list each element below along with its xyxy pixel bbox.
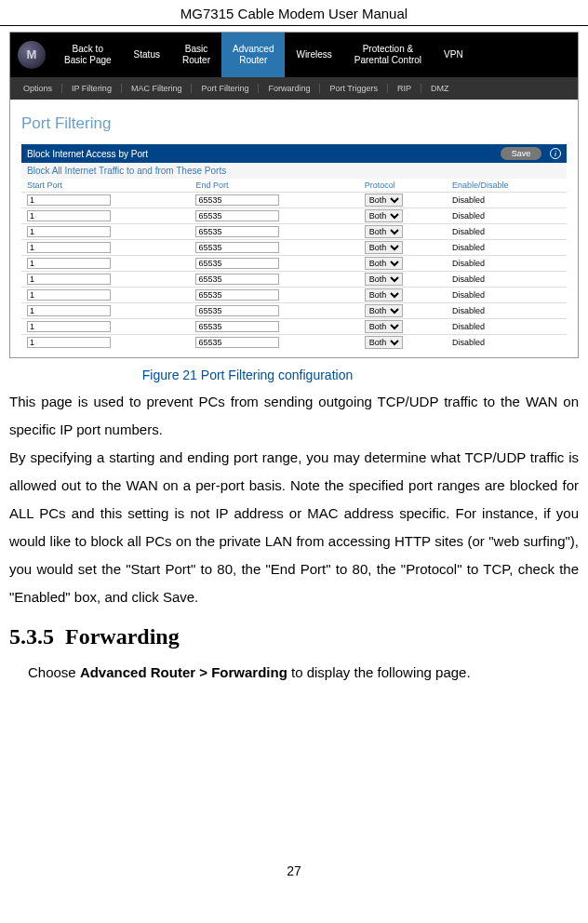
nav-vpn[interactable]: VPN (433, 33, 474, 77)
table-row: BothDisabled (21, 335, 567, 351)
screen-title: Port Filtering (21, 114, 567, 133)
nav-protection[interactable]: Protection &Parental Control (343, 33, 433, 77)
protocol-select[interactable]: Both (365, 320, 403, 333)
end-port-input[interactable] (195, 289, 279, 301)
subnav-port-triggers[interactable]: Port Triggers (320, 84, 388, 93)
nav-basic-router[interactable]: BasicRouter (171, 33, 221, 77)
start-port-input[interactable] (27, 274, 111, 285)
subnav-forwarding[interactable]: Forwarding (259, 84, 320, 93)
table-row: BothDisabled (21, 319, 567, 335)
start-port-input[interactable] (27, 226, 111, 237)
end-port-input[interactable] (195, 305, 279, 316)
nav-advanced-router[interactable]: AdvancedRouter (221, 33, 285, 77)
end-port-input[interactable] (195, 337, 279, 348)
section-heading: 5.3.5 Forwarding (0, 611, 588, 659)
protocol-select[interactable]: Both (365, 225, 403, 238)
enable-status: Disabled (447, 319, 567, 335)
block-header: Block Internet Access by Port Save i (21, 144, 567, 163)
subnav-port-filtering[interactable]: Port Filtering (192, 84, 259, 93)
end-port-input[interactable] (195, 210, 279, 221)
end-port-input[interactable] (195, 274, 279, 285)
subnav-mac-filtering[interactable]: MAC Filtering (122, 84, 193, 93)
protocol-select[interactable]: Both (365, 336, 403, 349)
table-row: BothDisabled (21, 272, 567, 288)
subnav-dmz[interactable]: DMZ (421, 84, 459, 93)
enable-status: Disabled (447, 224, 567, 240)
start-port-input[interactable] (27, 289, 111, 301)
section-number: 5.3.5 (9, 624, 54, 649)
end-port-input[interactable] (195, 194, 279, 206)
subnav-options[interactable]: Options (14, 84, 62, 93)
logo-icon (18, 41, 46, 69)
block-title: Block Internet Access by Port (27, 149, 148, 159)
protocol-select[interactable]: Both (365, 241, 403, 254)
info-icon[interactable]: i (550, 148, 561, 159)
protocol-select[interactable]: Both (365, 209, 403, 222)
nav-status[interactable]: Status (123, 33, 171, 77)
port-filter-table: Start Port End Port Protocol Enable/Disa… (21, 179, 567, 350)
subnav-ip-filtering[interactable]: IP Filtering (62, 84, 122, 93)
start-port-input[interactable] (27, 194, 111, 206)
protocol-select[interactable]: Both (365, 273, 403, 286)
enable-status: Disabled (447, 288, 567, 303)
protocol-select[interactable]: Both (365, 257, 403, 270)
section-title: Forwarding (65, 624, 180, 649)
end-port-input[interactable] (195, 321, 279, 332)
sub-navigation: Options IP Filtering MAC Filtering Port … (10, 77, 578, 100)
table-row: BothDisabled (21, 240, 567, 256)
protocol-select[interactable]: Both (365, 288, 403, 301)
page-number: 27 (0, 863, 588, 886)
start-port-input[interactable] (27, 337, 111, 348)
col-start-port: Start Port (21, 179, 190, 193)
sub-block-header: Block All Internet Traffic to and from T… (21, 163, 567, 179)
paragraph-2: By specifying a starting and ending port… (0, 444, 588, 611)
start-port-input[interactable] (27, 258, 111, 269)
enable-status: Disabled (447, 208, 567, 224)
save-button[interactable]: Save (501, 147, 542, 160)
table-row: BothDisabled (21, 208, 567, 224)
table-row: BothDisabled (21, 193, 567, 208)
table-row: BothDisabled (21, 224, 567, 240)
start-port-input[interactable] (27, 242, 111, 253)
enable-status: Disabled (447, 240, 567, 256)
end-port-input[interactable] (195, 258, 279, 269)
page-header: MG7315 Cable Modem User Manual (0, 0, 588, 26)
protocol-select[interactable]: Both (365, 304, 403, 317)
end-port-input[interactable] (195, 242, 279, 253)
col-enable: Enable/Disable (447, 179, 567, 193)
enable-status: Disabled (447, 303, 567, 319)
paragraph-1: This page is used to prevent PCs from se… (0, 388, 588, 444)
figure-caption: Figure 21 Port Filtering configuration (0, 368, 588, 382)
start-port-input[interactable] (27, 210, 111, 221)
nav-wireless[interactable]: Wireless (285, 33, 342, 77)
enable-status: Disabled (447, 335, 567, 351)
choose-text: Choose Advanced Router > Forwarding to d… (0, 659, 588, 687)
end-port-input[interactable] (195, 226, 279, 237)
nav-back[interactable]: Back toBasic Page (53, 33, 123, 77)
table-row: BothDisabled (21, 303, 567, 319)
subnav-rip[interactable]: RIP (388, 84, 421, 93)
enable-status: Disabled (447, 193, 567, 208)
col-protocol: Protocol (359, 179, 447, 193)
enable-status: Disabled (447, 256, 567, 272)
start-port-input[interactable] (27, 321, 111, 332)
protocol-select[interactable]: Both (365, 194, 403, 207)
enable-status: Disabled (447, 272, 567, 288)
table-row: BothDisabled (21, 256, 567, 272)
main-navigation: Back toBasic Page Status BasicRouter Adv… (10, 33, 578, 77)
table-row: BothDisabled (21, 288, 567, 303)
content-area: Port Filtering Block Internet Access by … (10, 100, 578, 357)
router-screenshot: Back toBasic Page Status BasicRouter Adv… (9, 32, 579, 358)
col-end-port: End Port (190, 179, 358, 193)
start-port-input[interactable] (27, 305, 111, 316)
